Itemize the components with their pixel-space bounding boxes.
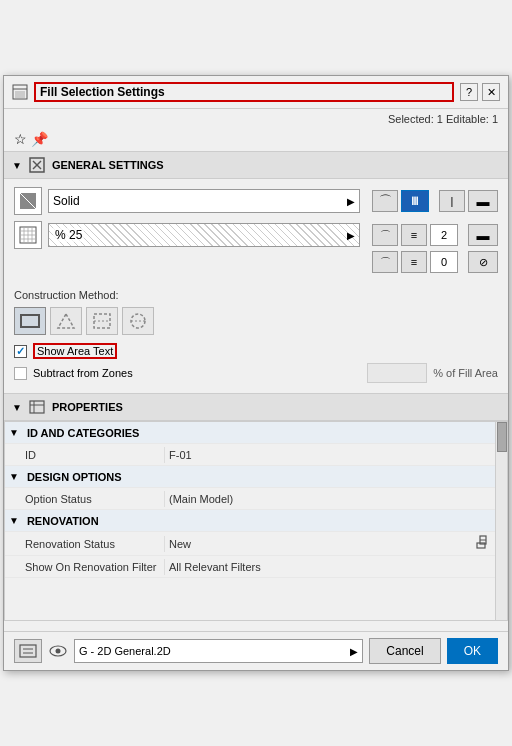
line-end-btn-2[interactable]: Ⅲ (401, 190, 429, 212)
info-row: Selected: 1 Editable: 1 (4, 109, 508, 129)
renovation-status-key: Renovation Status (5, 536, 165, 552)
renovation-header: ▼ RENOVATION (5, 510, 495, 532)
properties-icon (28, 398, 46, 416)
properties-label: PROPERTIES (52, 401, 123, 413)
svg-rect-14 (21, 315, 39, 327)
fill-type-arrow: ▶ (347, 196, 355, 207)
constr-btn-1[interactable] (14, 307, 46, 335)
renovation-edit-icon[interactable] (475, 534, 491, 553)
svg-point-18 (131, 314, 145, 328)
construction-section: Construction Method: (4, 285, 508, 393)
eye-icon[interactable] (48, 641, 68, 661)
hatch-btn-6[interactable]: ⊘ (468, 251, 498, 273)
construction-buttons (14, 307, 498, 335)
general-settings-icon (28, 156, 46, 174)
renovation-filter-row: Show On Renovation Filter All Relevant F… (5, 556, 495, 578)
dialog-icon (12, 84, 28, 100)
subtract-input[interactable]: 0 (367, 363, 427, 383)
show-area-text-label: Show Area Text (33, 343, 117, 359)
selected-info: Selected: 1 Editable: 1 (388, 113, 498, 125)
spacer (4, 621, 508, 631)
id-categories-label: ID AND CATEGORIES (23, 425, 495, 441)
svg-rect-26 (20, 645, 36, 657)
scrollbar-track[interactable] (495, 422, 507, 620)
renovation-label: RENOVATION (23, 513, 495, 529)
construction-label: Construction Method: (14, 289, 498, 301)
option-status-row: Option Status (Main Model) (5, 488, 495, 510)
subtract-row: Subtract from Zones 0 % of Fill Area (14, 363, 498, 383)
svg-rect-2 (15, 91, 25, 98)
help-button[interactable]: ? (460, 83, 478, 101)
subtract-checkbox[interactable] (14, 367, 27, 380)
properties-header: ▼ PROPERTIES (4, 393, 508, 421)
fill-type-icon-btn[interactable] (14, 187, 42, 215)
renovation-status-row: Renovation Status New (5, 532, 495, 556)
layer-text: G - 2D General.2D (79, 645, 171, 657)
constr-btn-4[interactable] (122, 307, 154, 335)
hatch-btn-3[interactable]: ▬ (468, 224, 498, 246)
layer-dropdown-arrow: ▶ (350, 646, 358, 657)
svg-rect-20 (30, 401, 44, 413)
svg-marker-15 (58, 314, 74, 328)
fill-type-value: Solid (53, 194, 80, 208)
constr-btn-2[interactable] (50, 307, 82, 335)
line-end-btn-1[interactable]: ⌒ (372, 190, 398, 212)
renovation-filter-value: All Relevant Filters (165, 559, 495, 575)
fill-percent-row: % 25 ▶ ⌒ ≡ ▬ (14, 221, 498, 249)
fill-type-row: Solid ▶ ⌒ Ⅲ | ▬ (14, 187, 498, 215)
subtract-unit: % of Fill Area (433, 367, 498, 379)
footer-settings-icon[interactable] (14, 639, 42, 663)
general-settings-label: GENERAL SETTINGS (52, 159, 164, 171)
general-settings-header: ▼ GENERAL SETTINGS (4, 151, 508, 179)
hatch-num-input-1[interactable] (430, 224, 458, 246)
id-key: ID (5, 447, 165, 463)
hatch-btn-2[interactable]: ≡ (401, 224, 427, 246)
dialog-title: Fill Selection Settings (34, 82, 454, 102)
empty-space (5, 578, 495, 620)
id-row: ID F-01 (5, 444, 495, 466)
properties-collapse[interactable]: ▼ (12, 402, 22, 413)
properties-table-container: ▼ ID AND CATEGORIES ID F-01 ▼ DESIGN OPT… (4, 421, 508, 621)
option-status-key: Option Status (5, 491, 165, 507)
line-end-btn-4[interactable]: ▬ (468, 190, 498, 212)
hatch-btn-5[interactable]: ≡ (401, 251, 427, 273)
fill-type-dropdown[interactable]: Solid ▶ (48, 189, 360, 213)
layer-dropdown[interactable]: G - 2D General.2D ▶ (74, 639, 363, 663)
close-button[interactable]: ✕ (482, 83, 500, 101)
hatch-btn-1[interactable]: ⌒ (372, 224, 398, 246)
dialog-window: Fill Selection Settings ? ✕ Selected: 1 … (3, 75, 509, 671)
renovation-collapse[interactable]: ▼ (5, 513, 23, 528)
design-options-header: ▼ DESIGN OPTIONS (5, 466, 495, 488)
pin-icon[interactable]: 📌 (31, 131, 48, 147)
hatch-btn-4[interactable]: ⌒ (372, 251, 398, 273)
favorite-icon[interactable]: ☆ (14, 131, 27, 147)
ok-button[interactable]: OK (447, 638, 498, 664)
subtract-label: Subtract from Zones (33, 367, 133, 379)
show-area-text-checkbox[interactable]: ✓ (14, 345, 27, 358)
design-options-collapse[interactable]: ▼ (5, 469, 23, 484)
design-options-label: DESIGN OPTIONS (23, 469, 495, 485)
id-categories-collapse[interactable]: ▼ (5, 425, 23, 440)
svg-point-30 (56, 649, 61, 654)
fill-percent-dropdown[interactable]: % 25 ▶ (48, 223, 360, 247)
general-settings-collapse[interactable]: ▼ (12, 160, 22, 171)
fill-percent-value: % 25 (53, 228, 84, 242)
option-status-value: (Main Model) (165, 491, 495, 507)
fill-percent-arrow: ▶ (347, 230, 355, 241)
scrollbar-thumb[interactable] (497, 422, 507, 452)
show-area-text-row: ✓ Show Area Text (14, 343, 498, 359)
properties-table: ▼ ID AND CATEGORIES ID F-01 ▼ DESIGN OPT… (5, 422, 495, 620)
line-end-btn-3[interactable]: | (439, 190, 465, 212)
general-settings-body: Solid ▶ ⌒ Ⅲ | ▬ (4, 179, 508, 285)
id-categories-header: ▼ ID AND CATEGORIES (5, 422, 495, 444)
hatch-num-input-2[interactable] (430, 251, 458, 273)
footer-bar: G - 2D General.2D ▶ Cancel OK (4, 631, 508, 670)
fill-hatch-icon-btn[interactable] (14, 221, 42, 249)
renovation-filter-key: Show On Renovation Filter (5, 559, 165, 575)
renovation-status-value: New (165, 532, 495, 555)
title-bar: Fill Selection Settings ? ✕ (4, 76, 508, 109)
constr-btn-3[interactable] (86, 307, 118, 335)
id-value: F-01 (165, 447, 495, 463)
title-bar-controls: ? ✕ (460, 83, 500, 101)
cancel-button[interactable]: Cancel (369, 638, 440, 664)
